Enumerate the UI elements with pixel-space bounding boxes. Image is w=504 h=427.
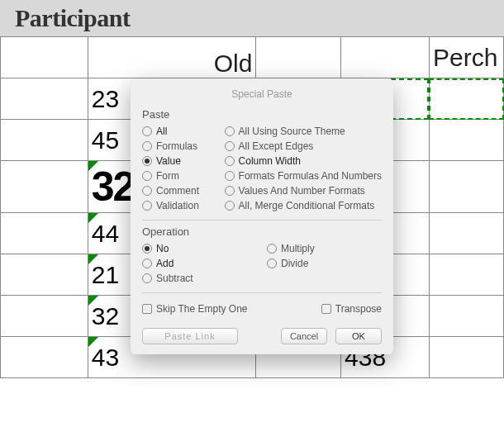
paste-option-1[interactable]: Formulas [142, 139, 215, 154]
cell[interactable] [429, 254, 503, 296]
cell[interactable] [1, 254, 88, 296]
cell[interactable] [1, 161, 88, 213]
radio-label: Multiply [281, 243, 315, 254]
paste-option-5[interactable]: Validation [142, 198, 215, 213]
radio-icon [142, 244, 152, 254]
cell[interactable] [429, 161, 503, 213]
radio-label: Divide [281, 258, 308, 269]
radio-icon [142, 186, 152, 196]
paste-option-4[interactable]: Comment [142, 183, 215, 198]
radio-icon [225, 171, 235, 181]
operation-option-2[interactable]: Subtract [142, 271, 257, 286]
paste-options: AllFormulasValueFormCommentValidation Al… [142, 124, 382, 213]
paste-option-3[interactable]: Formats Formulas And Numbers [225, 168, 382, 183]
radio-icon [225, 201, 235, 211]
radio-label: Form [156, 170, 179, 182]
operation-option-1[interactable]: Add [142, 256, 257, 271]
skip-empty-checkbox[interactable]: Skip The Empty One [142, 301, 248, 316]
paste-option-4[interactable]: Values And Number Formats [225, 183, 382, 198]
radio-icon [142, 156, 152, 166]
radio-icon [142, 259, 152, 268]
cell[interactable] [341, 37, 430, 78]
ok-button[interactable]: OK [335, 328, 382, 344]
cell[interactable] [429, 296, 503, 337]
cancel-button[interactable]: Cancel [281, 328, 327, 344]
radio-icon [142, 273, 152, 283]
cell[interactable] [1, 120, 88, 161]
operation-option-0[interactable]: No [142, 241, 257, 256]
paste-option-2[interactable]: Column Width [225, 154, 382, 168]
radio-icon [267, 259, 277, 268]
radio-icon [142, 141, 152, 151]
radio-icon [225, 126, 235, 136]
checkbox-row: Skip The Empty One Transpose [142, 298, 382, 320]
checkbox-icon [321, 304, 331, 314]
cell[interactable] [429, 337, 503, 378]
paste-option-0[interactable]: All [142, 124, 215, 139]
checkbox-icon [142, 304, 152, 314]
radio-label: Validation [156, 200, 199, 211]
radio-icon [225, 186, 235, 196]
divider [142, 292, 382, 293]
cell[interactable] [429, 120, 503, 161]
radio-label: Comment [156, 185, 199, 197]
special-paste-dialog: Special Paste Paste AllFormulasValueForm… [131, 78, 393, 354]
cell[interactable] [1, 337, 88, 378]
radio-icon [225, 141, 235, 151]
cell[interactable] [1, 296, 88, 337]
radio-label: Value [156, 155, 181, 167]
radio-label: Add [156, 258, 174, 269]
operation-option-0[interactable]: Multiply [267, 241, 382, 256]
radio-icon [225, 156, 235, 166]
cell[interactable] [1, 213, 88, 254]
radio-label: No [156, 243, 169, 254]
dialog-title: Special Paste [142, 87, 382, 108]
paste-option-0[interactable]: All Using Source Theme [225, 124, 382, 139]
col-header-e[interactable]: Perch [429, 37, 503, 78]
cell-copy-source[interactable] [429, 78, 503, 120]
radio-label: Column Width [239, 155, 301, 167]
paste-option-3[interactable]: Form [142, 168, 215, 183]
col-header-b[interactable]: Old [88, 37, 256, 78]
paste-option-1[interactable]: All Except Edges [225, 139, 382, 154]
operation-option-1[interactable]: Divide [267, 256, 382, 271]
paste-link-button[interactable]: Paste Link [142, 328, 238, 344]
app-header: Participant [0, 0, 504, 36]
radio-label: Values And Number Formats [239, 185, 365, 197]
radio-icon [142, 171, 152, 181]
radio-label: All, Merge Conditional Formats [239, 200, 375, 211]
radio-icon [142, 126, 152, 136]
cell[interactable] [1, 37, 88, 78]
radio-label: All [156, 126, 167, 137]
cell[interactable] [1, 78, 88, 120]
paste-section-label: Paste [142, 108, 382, 121]
radio-label: All Using Source Theme [239, 126, 345, 137]
radio-icon [267, 244, 277, 254]
operation-section-label: Operation [142, 225, 382, 238]
paste-option-5[interactable]: All, Merge Conditional Formats [225, 198, 382, 213]
radio-icon [142, 201, 152, 211]
paste-option-2[interactable]: Value [142, 154, 215, 168]
cell[interactable] [429, 213, 503, 254]
operation-options: NoAddSubtract MultiplyDivide [142, 241, 382, 286]
radio-label: Formats Formulas And Numbers [239, 170, 382, 182]
dialog-buttons: Paste Link Cancel OK [142, 328, 382, 344]
cell[interactable] [256, 37, 341, 78]
radio-label: Formulas [156, 140, 197, 152]
transpose-checkbox[interactable]: Transpose [321, 301, 382, 316]
divider [142, 220, 382, 221]
radio-label: Subtract [156, 273, 193, 284]
page-title: Participant [15, 4, 130, 32]
radio-label: All Except Edges [239, 140, 314, 152]
